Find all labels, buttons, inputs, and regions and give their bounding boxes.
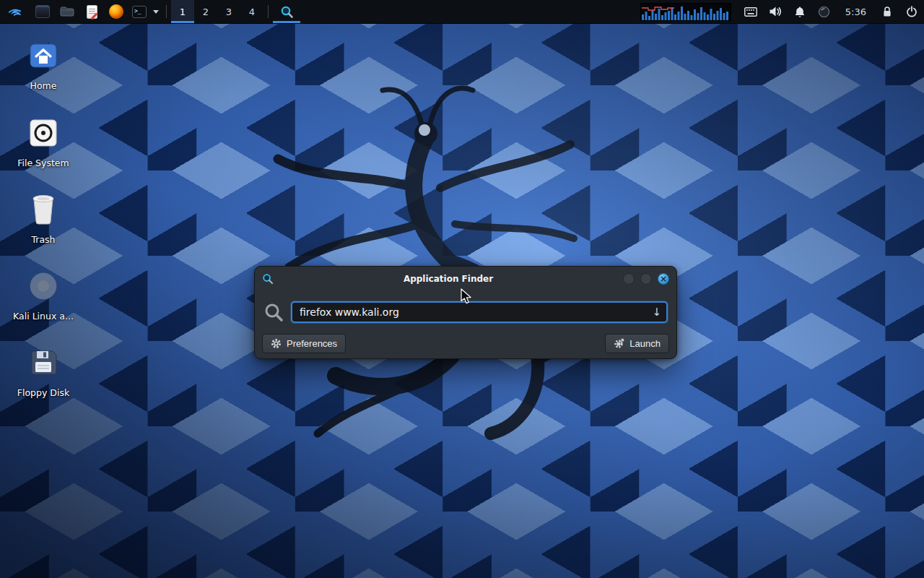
desktop-icon-floppy-disk[interactable]: Floppy Disk [9, 345, 78, 398]
finder-title: Application Finder [279, 274, 617, 284]
kali-dragon-wallpaper-art [209, 58, 657, 448]
terminal-launcher[interactable]: >_ [128, 0, 150, 23]
terminal-launcher-dropdown[interactable] [150, 0, 162, 23]
cpu-graph-widget[interactable] [640, 3, 731, 21]
firefox-icon [109, 4, 123, 19]
desktop-icon-file-system[interactable]: File System [9, 116, 78, 168]
launch-button-label: Launch [629, 338, 661, 349]
entry-dropdown-arrow-icon[interactable]: ↓ [652, 307, 661, 318]
launch-icon [614, 338, 624, 349]
taskbar-application-finder-button[interactable] [273, 0, 300, 23]
desktop-icon-label: Home [9, 80, 78, 91]
file-manager-launcher[interactable] [55, 0, 79, 23]
notifications-tray-button[interactable] [788, 0, 812, 24]
kali-volume-icon [27, 270, 59, 302]
workspace-4-button[interactable]: 4 [240, 0, 263, 23]
desktop-icon-label: File System [9, 158, 78, 168]
desktop-icon-label: Kali Linux a... [9, 311, 78, 322]
gear-icon [271, 338, 282, 349]
home-icon [27, 40, 59, 71]
floppy-disk-icon [28, 348, 58, 378]
applications-menu-button[interactable] [0, 0, 30, 23]
finder-titlebar-icon [262, 273, 274, 285]
clock[interactable]: 5:36 [837, 7, 875, 17]
status-tray-button[interactable] [812, 0, 837, 24]
bell-icon [794, 6, 806, 18]
workspace-2-button[interactable]: 2 [194, 0, 217, 23]
window-list-launcher[interactable] [30, 0, 55, 23]
search-input[interactable] [291, 301, 668, 323]
maximize-button[interactable] [640, 273, 652, 285]
keyboard-tray-button[interactable] [738, 0, 763, 24]
top-panel: >_ 1 2 3 4 [0, 0, 924, 24]
search-icon [263, 302, 284, 322]
workspace-3-button[interactable]: 3 [217, 0, 240, 23]
desktop-icon-trash[interactable]: Trash [9, 192, 78, 245]
preferences-button[interactable]: Preferences [262, 334, 346, 353]
chevron-down-icon [153, 10, 159, 14]
lock-tray-button[interactable] [875, 0, 899, 24]
firefox-launcher[interactable] [104, 0, 128, 23]
terminal-prompt-glyph: >_ [134, 9, 141, 14]
volume-tray-button[interactable] [763, 0, 788, 24]
terminal-icon: >_ [132, 6, 147, 18]
file-system-icon [28, 118, 58, 148]
search-entry: ↓ [291, 301, 668, 323]
finder-titlebar[interactable]: Application Finder × [255, 267, 676, 291]
close-button[interactable]: × [658, 273, 669, 285]
text-editor-launcher[interactable] [79, 0, 104, 23]
launch-button[interactable]: Launch [605, 334, 669, 353]
desktop: >_ 1 2 3 4 [0, 0, 924, 578]
lock-icon [882, 6, 892, 18]
document-pencil-icon [87, 5, 97, 19]
finder-button-row: Preferences Launch [255, 323, 676, 353]
power-icon [906, 6, 918, 17]
application-finder-window: Application Finder × ↓ Prefer [254, 266, 677, 359]
volume-icon [769, 6, 782, 17]
cpu-graph-icon [641, 4, 731, 20]
desktop-icon-label: Floppy Disk [9, 387, 78, 398]
workspace-1-button[interactable]: 1 [171, 0, 194, 23]
panel-separator [268, 5, 269, 18]
desktop-icon-label: Trash [9, 234, 78, 245]
folder-icon [60, 6, 74, 17]
panel-separator [166, 5, 167, 18]
desktop-icon-kali-linux[interactable]: Kali Linux a... [9, 269, 78, 322]
keyboard-icon [744, 7, 757, 17]
power-tray-button[interactable] [899, 0, 924, 24]
mouse-cursor [460, 288, 473, 305]
window-icon [35, 5, 50, 18]
status-circle-icon [818, 6, 830, 18]
desktop-icon-home[interactable]: Home [9, 38, 78, 91]
trash-icon [29, 193, 58, 226]
minimize-button[interactable] [623, 273, 635, 285]
panel-right-cluster: 5:36 [640, 0, 924, 23]
workspace-switcher: 1 2 3 4 [171, 0, 263, 23]
application-finder-icon [280, 5, 294, 19]
preferences-button-label: Preferences [287, 338, 337, 349]
kali-logo-icon [7, 4, 23, 20]
